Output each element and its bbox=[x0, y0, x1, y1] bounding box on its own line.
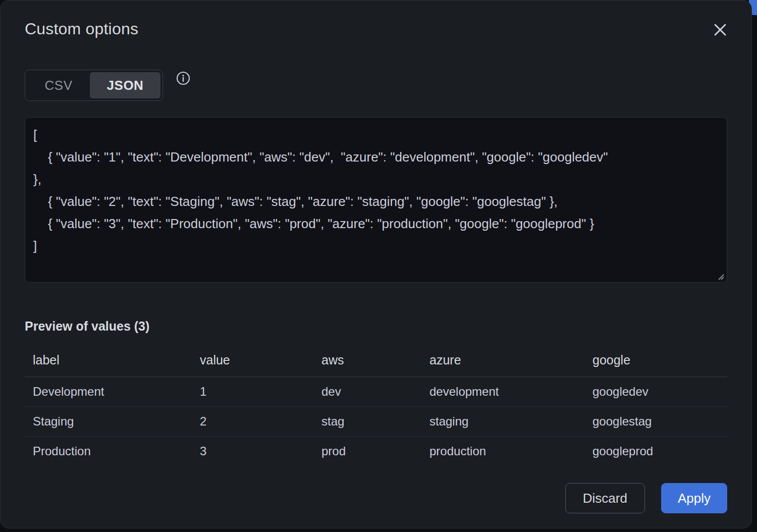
column-header-value: value bbox=[192, 345, 313, 377]
cell-value: 2 bbox=[192, 407, 313, 437]
cell-label: Staging bbox=[25, 407, 192, 437]
preview-heading: Preview of values (3) bbox=[25, 319, 727, 334]
table-row: Development 1 dev development googledev bbox=[25, 377, 727, 407]
cell-google: googledev bbox=[584, 377, 727, 407]
column-header-label: label bbox=[25, 345, 192, 377]
format-option-csv[interactable]: CSV bbox=[27, 72, 90, 98]
cell-google: googlestag bbox=[584, 407, 727, 437]
modal-footer: Discard Apply bbox=[25, 483, 727, 513]
cell-label: Production bbox=[25, 437, 192, 466]
format-option-json[interactable]: JSON bbox=[90, 72, 160, 98]
cell-azure: staging bbox=[421, 407, 584, 437]
cell-value: 3 bbox=[192, 437, 313, 466]
modal-title: Custom options bbox=[25, 20, 727, 38]
discard-button[interactable]: Discard bbox=[565, 483, 645, 513]
preview-table-body: Development 1 dev development googledev … bbox=[25, 377, 727, 466]
editor-wrap bbox=[25, 117, 727, 285]
page-background: Custom options CSV JSON bbox=[0, 0, 757, 532]
apply-button[interactable]: Apply bbox=[661, 483, 727, 513]
column-header-google: google bbox=[584, 345, 727, 377]
cell-aws: dev bbox=[313, 377, 421, 407]
cell-azure: development bbox=[421, 377, 584, 407]
preview-table-header: label value aws azure google bbox=[25, 345, 727, 377]
cell-aws: stag bbox=[313, 407, 421, 437]
custom-options-modal: Custom options CSV JSON bbox=[0, 0, 752, 528]
info-button[interactable] bbox=[176, 71, 190, 87]
cell-aws: prod bbox=[313, 437, 421, 466]
close-icon bbox=[713, 22, 728, 37]
cell-google: googleprod bbox=[584, 437, 727, 466]
info-icon bbox=[176, 71, 190, 85]
cell-value: 1 bbox=[192, 377, 313, 407]
modal-header: Custom options bbox=[25, 1, 727, 38]
column-header-aws: aws bbox=[313, 345, 421, 377]
table-row: Staging 2 stag staging googlestag bbox=[25, 407, 727, 437]
cell-azure: production bbox=[421, 437, 584, 466]
table-header-row: label value aws azure google bbox=[25, 345, 727, 377]
format-toggle-row: CSV JSON bbox=[25, 70, 727, 101]
cell-label: Development bbox=[25, 377, 192, 407]
column-header-azure: azure bbox=[421, 345, 584, 377]
format-toggle-group: CSV JSON bbox=[25, 70, 163, 101]
table-row: Production 3 prod production googleprod bbox=[25, 437, 727, 466]
custom-options-editor[interactable] bbox=[25, 117, 727, 283]
preview-table: label value aws azure google Development… bbox=[25, 345, 727, 466]
close-button[interactable] bbox=[709, 19, 731, 41]
